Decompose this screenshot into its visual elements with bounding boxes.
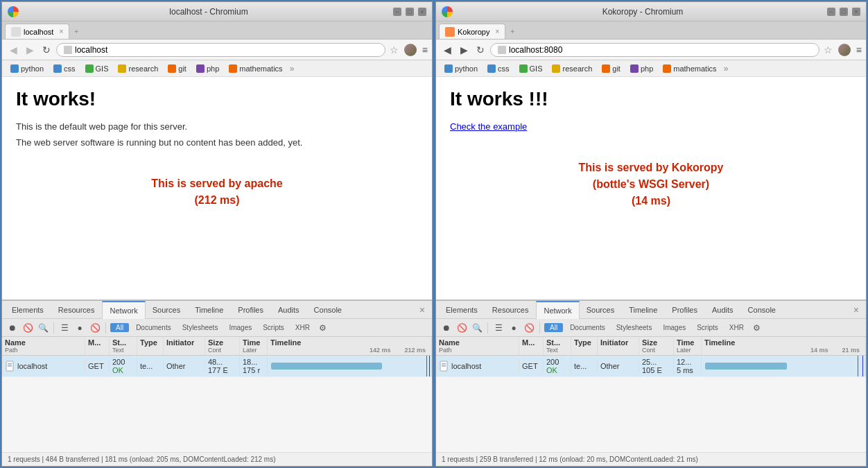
right-back-button[interactable]: ◀ (440, 43, 454, 57)
left-reload-button[interactable]: ↻ (40, 43, 53, 57)
right-bookmark-mathematics[interactable]: mathematics (659, 64, 720, 73)
left-dt-network[interactable]: Network (102, 301, 145, 319)
left-user-avatar[interactable] (404, 44, 417, 56)
left-dt-scripts[interactable]: Scripts (259, 323, 288, 332)
right-dt-stylesheets[interactable]: Stylesheets (612, 323, 657, 332)
right-devtools-close[interactable]: × (849, 304, 863, 315)
right-check-example-link[interactable]: Check the example (450, 121, 527, 132)
right-title-bar: Kokoropy - Chromium − □ × (436, 2, 866, 21)
left-tab-close[interactable]: × (59, 28, 63, 35)
left-bookmark-php[interactable]: php (192, 64, 223, 73)
right-window-title: Kokoropy - Chromium (458, 7, 827, 17)
right-bookmark-research-icon (552, 64, 560, 73)
left-active-tab[interactable]: localhost × (5, 24, 69, 39)
left-forward-button[interactable]: ▶ (23, 43, 37, 57)
maximize-button-left[interactable]: □ (406, 8, 414, 16)
right-user-avatar[interactable] (838, 44, 851, 56)
right-dt-dot[interactable]: ● (507, 322, 520, 334)
left-address-input[interactable]: localhost (56, 43, 385, 57)
right-dt-images[interactable]: Images (659, 323, 690, 332)
left-dt-profiles[interactable]: Profiles (231, 301, 271, 319)
close-button-left[interactable]: × (418, 8, 426, 16)
right-dt-search[interactable]: 🔍 (471, 322, 483, 334)
right-dt-console[interactable]: Console (741, 301, 783, 319)
left-dt-documents[interactable]: Documents (132, 323, 175, 332)
right-dt-elements[interactable]: Elements (439, 301, 485, 319)
right-menu-icon[interactable]: ≡ (856, 44, 862, 55)
right-bookmarks-more[interactable]: » (724, 64, 729, 73)
left-dt-record[interactable]: ⏺ (6, 322, 19, 334)
left-row-type: te... (137, 361, 164, 372)
right-dt-block[interactable]: 🚫 (523, 322, 535, 334)
left-dt-console[interactable]: Console (307, 301, 349, 319)
left-bookmark-mathematics[interactable]: mathematics (225, 64, 286, 73)
left-dt-timeline[interactable]: Timeline (188, 301, 231, 319)
left-back-button[interactable]: ◀ (6, 43, 20, 57)
right-dt-sources[interactable]: Sources (580, 301, 622, 319)
right-dt-profiles[interactable]: Profiles (665, 301, 705, 319)
right-active-tab[interactable]: Kokoropy × (439, 24, 505, 39)
right-network-row[interactable]: localhost GET 200 OK te... Other 25... 1… (436, 356, 866, 377)
left-header-status: St... Text (110, 337, 137, 355)
right-dt-clear[interactable]: 🚫 (455, 322, 468, 334)
left-dt-block[interactable]: 🚫 (89, 322, 101, 334)
minimize-button-right[interactable]: − (827, 8, 835, 16)
right-dt-timeline[interactable]: Timeline (622, 301, 665, 319)
left-row-time: 18... 175 r (240, 356, 268, 376)
left-bookmark-gis[interactable]: GIS (81, 64, 113, 73)
right-bookmark-star[interactable]: ☆ (824, 44, 833, 55)
left-dt-xhr[interactable]: XHR (291, 323, 314, 332)
left-bookmark-git[interactable]: git (164, 64, 191, 73)
left-bookmark-python[interactable]: python (6, 64, 48, 73)
right-bookmark-css[interactable]: css (483, 64, 514, 73)
right-url-text: localhost:8080 (509, 45, 562, 55)
right-bookmark-git[interactable]: git (598, 64, 625, 73)
right-bookmark-python[interactable]: python (440, 64, 482, 73)
right-bookmark-gis[interactable]: GIS (515, 64, 547, 73)
left-dt-elements[interactable]: Elements (5, 301, 51, 319)
chrome-icon-right (442, 6, 453, 17)
left-dt-sources[interactable]: Sources (146, 301, 188, 319)
svg-rect-5 (442, 365, 446, 367)
right-dt-audits[interactable]: Audits (705, 301, 741, 319)
left-dt-images[interactable]: Images (225, 323, 256, 332)
right-dt-documents[interactable]: Documents (566, 323, 609, 332)
right-bookmark-php[interactable]: php (626, 64, 657, 73)
left-window-controls: − □ × (393, 8, 426, 16)
left-network-row[interactable]: localhost GET 200 OK te... Other 48... 1… (2, 356, 432, 377)
left-dt-audits[interactable]: Audits (271, 301, 307, 319)
left-dt-settings[interactable]: ⚙ (317, 322, 329, 334)
minimize-button-left[interactable]: − (393, 8, 401, 16)
left-bookmark-research[interactable]: research (114, 64, 162, 73)
right-address-input[interactable]: localhost:8080 (490, 43, 819, 57)
right-forward-button[interactable]: ▶ (457, 43, 471, 57)
left-dt-resources[interactable]: Resources (51, 301, 103, 319)
right-dt-network[interactable]: Network (536, 301, 579, 319)
left-devtools-close[interactable]: × (415, 304, 429, 315)
left-dt-stylesheets[interactable]: Stylesheets (178, 323, 223, 332)
right-new-tab[interactable]: + (505, 24, 519, 39)
right-dt-all-filter[interactable]: All (544, 323, 563, 332)
left-dt-search[interactable]: 🔍 (37, 322, 49, 334)
right-reload-button[interactable]: ↻ (474, 43, 487, 57)
right-bookmark-research[interactable]: research (548, 64, 596, 73)
right-dt-resources[interactable]: Resources (485, 301, 537, 319)
left-dt-all-filter[interactable]: All (110, 323, 129, 332)
left-dt-list[interactable]: ☰ (58, 322, 71, 334)
left-new-tab[interactable]: + (69, 24, 83, 39)
left-bookmark-star[interactable]: ☆ (390, 44, 399, 55)
close-button-right[interactable]: × (852, 8, 860, 16)
right-tab-close[interactable]: × (495, 28, 499, 35)
maximize-button-right[interactable]: □ (840, 8, 848, 16)
right-dt-record[interactable]: ⏺ (440, 322, 453, 334)
right-dt-list[interactable]: ☰ (492, 322, 505, 334)
right-dt-scripts[interactable]: Scripts (693, 323, 722, 332)
left-menu-icon[interactable]: ≡ (422, 44, 428, 55)
right-dt-settings[interactable]: ⚙ (751, 322, 763, 334)
right-header-size: Size Cont (639, 337, 674, 355)
left-dt-clear[interactable]: 🚫 (21, 322, 34, 334)
left-dt-dot[interactable]: ● (73, 322, 86, 334)
right-dt-xhr[interactable]: XHR (725, 323, 748, 332)
left-bookmarks-more[interactable]: » (290, 64, 295, 73)
left-bookmark-css[interactable]: css (49, 64, 80, 73)
